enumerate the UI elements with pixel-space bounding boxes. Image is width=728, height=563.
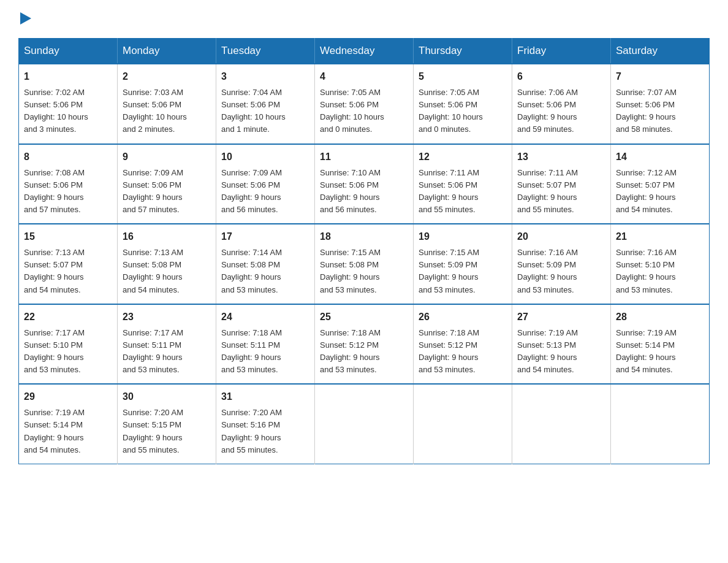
day-info: Sunrise: 7:05 AMSunset: 5:06 PMDaylight:… (419, 86, 507, 136)
logo (18, 12, 31, 27)
calendar-week-row: 22Sunrise: 7:17 AMSunset: 5:10 PMDayligh… (19, 304, 710, 385)
day-number: 18 (320, 229, 408, 244)
day-number: 3 (221, 69, 309, 84)
calendar-day-cell: 23Sunrise: 7:17 AMSunset: 5:11 PMDayligh… (118, 304, 216, 385)
calendar-day-cell: 21Sunrise: 7:16 AMSunset: 5:10 PMDayligh… (611, 224, 710, 304)
day-info: Sunrise: 7:11 AMSunset: 5:06 PMDaylight:… (419, 167, 507, 216)
day-info: Sunrise: 7:04 AMSunset: 5:06 PMDaylight:… (221, 86, 309, 136)
calendar-day-cell: 27Sunrise: 7:19 AMSunset: 5:13 PMDayligh… (512, 304, 611, 385)
day-number: 23 (123, 310, 211, 324)
day-info: Sunrise: 7:13 AMSunset: 5:07 PMDaylight:… (24, 247, 112, 296)
calendar-day-cell (512, 384, 611, 464)
calendar-week-row: 15Sunrise: 7:13 AMSunset: 5:07 PMDayligh… (19, 224, 710, 304)
day-number: 7 (616, 69, 704, 84)
day-info: Sunrise: 7:15 AMSunset: 5:09 PMDaylight:… (419, 247, 507, 296)
calendar-day-cell: 2Sunrise: 7:03 AMSunset: 5:06 PMDaylight… (118, 64, 216, 144)
calendar-day-cell: 28Sunrise: 7:19 AMSunset: 5:14 PMDayligh… (611, 304, 710, 385)
col-tuesday: Tuesday (216, 39, 315, 64)
day-number: 30 (123, 389, 211, 404)
calendar-table: Sunday Monday Tuesday Wednesday Thursday… (18, 38, 710, 464)
day-number: 20 (517, 229, 605, 244)
page-header (18, 12, 710, 27)
day-number: 4 (320, 69, 408, 84)
day-number: 13 (517, 150, 605, 164)
calendar-day-cell: 11Sunrise: 7:10 AMSunset: 5:06 PMDayligh… (315, 144, 414, 224)
day-info: Sunrise: 7:19 AMSunset: 5:14 PMDaylight:… (24, 407, 112, 456)
col-friday: Friday (512, 39, 611, 64)
day-info: Sunrise: 7:08 AMSunset: 5:06 PMDaylight:… (24, 167, 112, 216)
calendar-day-cell: 26Sunrise: 7:18 AMSunset: 5:12 PMDayligh… (414, 304, 512, 385)
day-number: 11 (320, 150, 408, 164)
calendar-day-cell (611, 384, 710, 464)
calendar-day-cell: 15Sunrise: 7:13 AMSunset: 5:07 PMDayligh… (19, 224, 118, 304)
calendar-day-cell: 12Sunrise: 7:11 AMSunset: 5:06 PMDayligh… (414, 144, 512, 224)
day-info: Sunrise: 7:20 AMSunset: 5:15 PMDaylight:… (123, 407, 211, 456)
day-number: 12 (419, 150, 507, 164)
day-number: 22 (24, 310, 112, 324)
calendar-day-cell: 8Sunrise: 7:08 AMSunset: 5:06 PMDaylight… (19, 144, 118, 224)
col-wednesday: Wednesday (315, 39, 414, 64)
calendar-day-cell: 31Sunrise: 7:20 AMSunset: 5:16 PMDayligh… (216, 384, 315, 464)
day-info: Sunrise: 7:14 AMSunset: 5:08 PMDaylight:… (221, 247, 309, 296)
calendar-day-cell: 6Sunrise: 7:06 AMSunset: 5:06 PMDaylight… (512, 64, 611, 144)
day-number: 6 (517, 69, 605, 84)
col-monday: Monday (118, 39, 216, 64)
day-info: Sunrise: 7:02 AMSunset: 5:06 PMDaylight:… (24, 86, 112, 136)
day-info: Sunrise: 7:03 AMSunset: 5:06 PMDaylight:… (123, 86, 211, 136)
calendar-day-cell: 5Sunrise: 7:05 AMSunset: 5:06 PMDaylight… (414, 64, 512, 144)
day-info: Sunrise: 7:09 AMSunset: 5:06 PMDaylight:… (123, 167, 211, 216)
day-number: 25 (320, 310, 408, 324)
calendar-day-cell: 13Sunrise: 7:11 AMSunset: 5:07 PMDayligh… (512, 144, 611, 224)
col-sunday: Sunday (19, 39, 118, 64)
calendar-day-cell: 24Sunrise: 7:18 AMSunset: 5:11 PMDayligh… (216, 304, 315, 385)
day-info: Sunrise: 7:16 AMSunset: 5:09 PMDaylight:… (517, 247, 605, 296)
day-number: 2 (123, 69, 211, 84)
day-number: 17 (221, 229, 309, 244)
day-info: Sunrise: 7:10 AMSunset: 5:06 PMDaylight:… (320, 167, 408, 216)
col-saturday: Saturday (611, 39, 710, 64)
calendar-day-cell: 10Sunrise: 7:09 AMSunset: 5:06 PMDayligh… (216, 144, 315, 224)
day-info: Sunrise: 7:17 AMSunset: 5:10 PMDaylight:… (24, 327, 112, 377)
day-number: 19 (419, 229, 507, 244)
calendar-day-cell: 1Sunrise: 7:02 AMSunset: 5:06 PMDaylight… (19, 64, 118, 144)
calendar-week-row: 1Sunrise: 7:02 AMSunset: 5:06 PMDaylight… (19, 64, 710, 144)
day-info: Sunrise: 7:17 AMSunset: 5:11 PMDaylight:… (123, 327, 211, 377)
col-thursday: Thursday (414, 39, 512, 64)
calendar-day-cell: 16Sunrise: 7:13 AMSunset: 5:08 PMDayligh… (118, 224, 216, 304)
calendar-day-cell: 17Sunrise: 7:14 AMSunset: 5:08 PMDayligh… (216, 224, 315, 304)
day-info: Sunrise: 7:06 AMSunset: 5:06 PMDaylight:… (517, 86, 605, 136)
day-info: Sunrise: 7:15 AMSunset: 5:08 PMDaylight:… (320, 247, 408, 296)
calendar-week-row: 8Sunrise: 7:08 AMSunset: 5:06 PMDaylight… (19, 144, 710, 224)
day-number: 29 (24, 389, 112, 404)
day-number: 5 (419, 69, 507, 84)
calendar-day-cell (315, 384, 414, 464)
day-info: Sunrise: 7:09 AMSunset: 5:06 PMDaylight:… (221, 167, 309, 216)
day-number: 14 (616, 150, 704, 164)
calendar-day-cell: 14Sunrise: 7:12 AMSunset: 5:07 PMDayligh… (611, 144, 710, 224)
calendar-day-cell: 22Sunrise: 7:17 AMSunset: 5:10 PMDayligh… (19, 304, 118, 385)
day-number: 28 (616, 310, 704, 324)
day-info: Sunrise: 7:11 AMSunset: 5:07 PMDaylight:… (517, 167, 605, 216)
day-number: 9 (123, 150, 211, 164)
calendar-header-row: Sunday Monday Tuesday Wednesday Thursday… (19, 39, 710, 64)
calendar-day-cell: 18Sunrise: 7:15 AMSunset: 5:08 PMDayligh… (315, 224, 414, 304)
day-info: Sunrise: 7:18 AMSunset: 5:11 PMDaylight:… (221, 327, 309, 377)
svg-marker-0 (20, 12, 31, 25)
calendar-week-row: 29Sunrise: 7:19 AMSunset: 5:14 PMDayligh… (19, 384, 710, 464)
calendar-day-cell: 4Sunrise: 7:05 AMSunset: 5:06 PMDaylight… (315, 64, 414, 144)
day-number: 26 (419, 310, 507, 324)
day-number: 21 (616, 229, 704, 244)
day-info: Sunrise: 7:19 AMSunset: 5:14 PMDaylight:… (616, 327, 704, 377)
day-info: Sunrise: 7:13 AMSunset: 5:08 PMDaylight:… (123, 247, 211, 296)
calendar-day-cell: 7Sunrise: 7:07 AMSunset: 5:06 PMDaylight… (611, 64, 710, 144)
calendar-day-cell: 25Sunrise: 7:18 AMSunset: 5:12 PMDayligh… (315, 304, 414, 385)
logo-triangle-icon (20, 12, 31, 25)
calendar-day-cell: 3Sunrise: 7:04 AMSunset: 5:06 PMDaylight… (216, 64, 315, 144)
calendar-day-cell: 30Sunrise: 7:20 AMSunset: 5:15 PMDayligh… (118, 384, 216, 464)
day-info: Sunrise: 7:12 AMSunset: 5:07 PMDaylight:… (616, 167, 704, 216)
day-number: 8 (24, 150, 112, 164)
day-number: 10 (221, 150, 309, 164)
day-info: Sunrise: 7:18 AMSunset: 5:12 PMDaylight:… (419, 327, 507, 377)
day-number: 16 (123, 229, 211, 244)
day-info: Sunrise: 7:20 AMSunset: 5:16 PMDaylight:… (221, 407, 309, 456)
